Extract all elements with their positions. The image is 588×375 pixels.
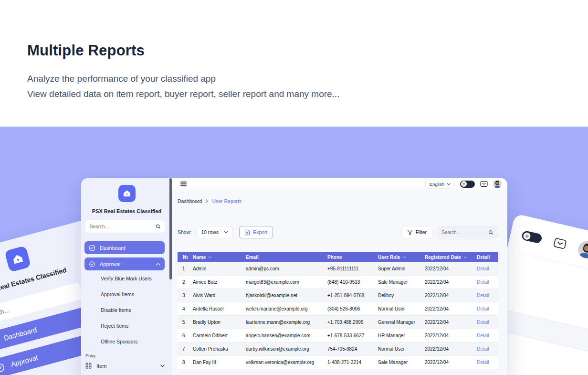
detail-link[interactable]: Detail: [477, 320, 489, 325]
cell-no: 1: [178, 266, 188, 271]
language-selector[interactable]: English: [425, 180, 455, 189]
cell-phone: (848) 410-9513: [323, 279, 373, 285]
chevron-down-icon: [208, 256, 211, 258]
cell-email: margot83@example.com: [241, 279, 323, 285]
user-avatar[interactable]: [493, 180, 502, 188]
user-reports-table: No Name Email Phone: [178, 252, 498, 374]
rows-per-page-select[interactable]: 10 rows: [196, 226, 233, 238]
chevron-right-icon: [206, 199, 208, 203]
sidebar-item-approval[interactable]: Approval: [84, 257, 165, 270]
detail-link[interactable]: Detail: [477, 266, 489, 271]
envelope-icon[interactable]: [553, 237, 567, 250]
brand-title: PSX Real Estates Classified: [81, 208, 172, 214]
table-toolbar: Show: 10 rows: [178, 226, 498, 238]
main-area: English: [172, 178, 507, 375]
sidebar-submenu-item[interactable]: Approval Items: [81, 286, 172, 302]
filter-button[interactable]: Filter: [401, 226, 432, 238]
table-row: 4 Ardella Russel welch.mariane@example.o…: [178, 302, 498, 316]
table-header-row: No Name Email Phone: [178, 252, 498, 262]
sidebar-submenu-item[interactable]: Disable Items: [81, 302, 172, 318]
cell-user-role: Normal User: [373, 346, 420, 352]
table-search-input[interactable]: [441, 230, 488, 235]
show-label: Show:: [178, 229, 191, 235]
cell-user-role: Sale Manager: [373, 360, 420, 365]
hamburger-icon[interactable]: [180, 182, 187, 186]
cell-name: Dan Fay III: [188, 360, 241, 365]
home-icon: [122, 189, 132, 198]
sun-icon: [523, 232, 531, 240]
column-header-phone: Phone: [323, 255, 373, 260]
sidebar-search-input[interactable]: [90, 224, 156, 229]
cell-no: 7: [178, 346, 188, 352]
table-row: 3 Alvis Ward hjaskolski@example.net +1-2…: [178, 289, 498, 302]
export-button[interactable]: Export: [239, 226, 273, 238]
cell-email: hjaskolski@example.net: [241, 293, 323, 298]
sidebar-item-label: Approval: [10, 354, 38, 368]
cell-user-role: Normal User: [373, 306, 420, 311]
column-header-user-role[interactable]: User Role: [373, 255, 420, 260]
cell-email: volkman.veronica@example.org: [241, 360, 323, 365]
cell-name: Admin: [188, 266, 241, 271]
detail-link[interactable]: Detail: [477, 360, 489, 365]
table-body: 1 Admin admin@ps.com +95-911111111 Super…: [178, 262, 498, 374]
sidebar-item-dashboard[interactable]: Dashboard: [84, 241, 165, 254]
cell-registered-date: 2022/12/04: [420, 293, 472, 298]
showcase-band: PSX Real Estates Classified Dashboard Ap…: [0, 127, 588, 375]
cell-registered-date: 2022/12/04: [420, 279, 472, 285]
cell-name: Alvis Ward: [188, 293, 241, 298]
cell-registered-date: 2022/12/04: [420, 266, 472, 271]
sidebar: PSX Real Estates Classified Dashboard: [81, 178, 172, 375]
user-avatar[interactable]: [577, 239, 588, 260]
cell-name: Bradly Upton: [188, 320, 241, 325]
sidebar-submenu: Verify Blue Mark Users Approval Items Di…: [81, 270, 172, 349]
export-label: Export: [253, 229, 267, 235]
theme-toggle[interactable]: [460, 181, 475, 188]
table-row: 5 Bradly Upton laurianne.mann@example.or…: [178, 316, 498, 329]
detail-link[interactable]: Detail: [477, 333, 489, 338]
sidebar-item-label: Item: [96, 363, 106, 369]
cell-registered-date: 2022/12/04: [420, 306, 472, 311]
cell-no: 5: [178, 320, 188, 325]
detail-link[interactable]: Detail: [477, 346, 489, 352]
cell-user-role: Deliboy: [373, 293, 420, 298]
cell-no: 4: [178, 306, 188, 311]
envelope-icon[interactable]: [480, 181, 488, 187]
breadcrumb-current[interactable]: User Reports: [212, 198, 242, 204]
chevron-down-icon: [447, 183, 451, 185]
detail-link[interactable]: Detail: [477, 293, 489, 298]
sidebar-scrollbar[interactable]: [169, 178, 172, 279]
sidebar-submenu-item[interactable]: Offline Sponsors: [81, 333, 172, 349]
cell-detail: Detail: [472, 360, 506, 365]
cell-detail: Detail: [472, 306, 506, 311]
sidebar-item-item[interactable]: Item: [85, 363, 165, 369]
rows-select-value: 10 rows: [201, 229, 219, 235]
detail-link[interactable]: Detail: [477, 279, 489, 285]
breadcrumb: Dashboard User Reports: [178, 198, 498, 204]
table-row: 2 Aimee Batz margot83@example.com (848) …: [178, 276, 498, 289]
tilted-search[interactable]: [500, 310, 588, 358]
theme-toggle[interactable]: [521, 230, 543, 244]
page-title: Multiple Reports: [27, 42, 339, 59]
table-row: 7 Colten Prohaska darby.wilkinson@exampl…: [178, 343, 498, 356]
app-logo[interactable]: [118, 185, 136, 202]
table-row: 1 Admin admin@ps.com +95-911111111 Super…: [178, 262, 498, 276]
cell-detail: Detail: [472, 346, 506, 352]
cell-user-role: HR Manager: [373, 333, 420, 338]
breadcrumb-parent[interactable]: Dashboard: [178, 198, 202, 204]
detail-link[interactable]: Detail: [477, 306, 489, 311]
cell-user-role: Sale Manager: [373, 279, 420, 285]
sun-icon: [461, 181, 467, 187]
sidebar-search[interactable]: [85, 220, 165, 233]
sidebar-submenu-item[interactable]: Verify Blue Mark Users: [81, 270, 172, 286]
table-search[interactable]: [437, 226, 498, 238]
cell-phone: (304) 526-8006: [323, 306, 373, 311]
cell-detail: Detail: [472, 266, 506, 271]
grid-icon: [85, 363, 92, 369]
column-header-name[interactable]: Name: [188, 255, 241, 260]
cell-detail: Detail: [472, 293, 506, 298]
cell-name: Carmelo Dibbert: [188, 333, 241, 338]
column-header-registered-date[interactable]: Registered Date: [420, 255, 472, 260]
sidebar-submenu-item[interactable]: Reject Items: [81, 318, 172, 333]
hero-subtitle-line1: Analyze the performance of your classifi…: [27, 71, 339, 86]
chevron-down-icon: [160, 364, 165, 367]
